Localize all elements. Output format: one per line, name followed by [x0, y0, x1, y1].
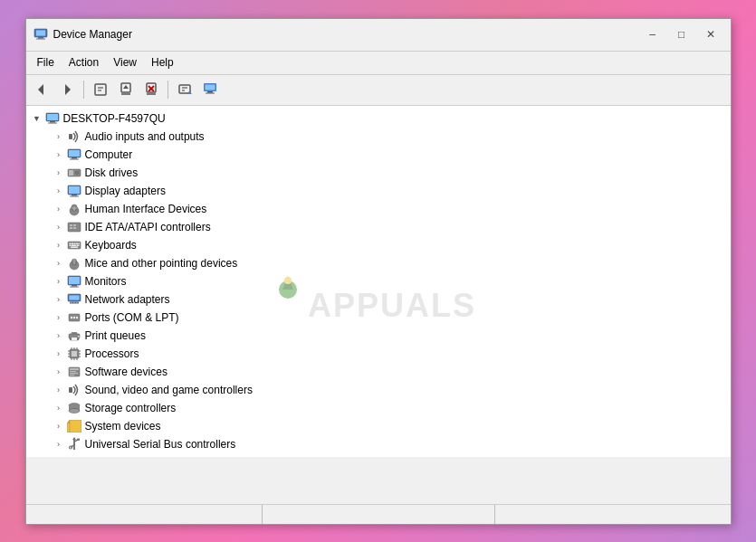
tree-item-network[interactable]: › Network adapters: [26, 290, 731, 309]
system-expand-icon[interactable]: ›: [52, 419, 66, 433]
svg-rect-32: [70, 158, 79, 159]
system-label: System devices: [85, 420, 161, 433]
disk-icon: [66, 165, 82, 181]
disk-label: Disk drives: [85, 166, 139, 179]
menu-bar: File Action View Help: [26, 52, 731, 75]
audio-label: Audio inputs and outputs: [85, 130, 205, 143]
svg-rect-34: [69, 170, 73, 176]
tree-item-mice[interactable]: › Mice and other pointing devices: [26, 254, 731, 272]
print-expand-icon[interactable]: ›: [52, 328, 66, 343]
software-icon: [66, 364, 82, 380]
title-bar-controls: – □ ✕: [640, 24, 723, 44]
mice-label: Mice and other pointing devices: [85, 257, 238, 270]
svg-rect-40: [70, 195, 79, 196]
root-node[interactable]: ▼ DESKTOP-F4597QU: [26, 109, 731, 128]
status-section-1: [30, 505, 263, 524]
computer-expand-icon[interactable]: ›: [52, 147, 66, 162]
system-icon: [66, 418, 82, 434]
print-icon: [66, 328, 82, 344]
svg-rect-59: [71, 246, 78, 248]
title-bar-left: Device Manager: [33, 27, 132, 42]
svg-marker-113: [72, 437, 76, 440]
svg-point-74: [70, 316, 72, 318]
back-button[interactable]: [30, 78, 53, 101]
ide-expand-icon[interactable]: ›: [52, 220, 66, 234]
computer-icon: [66, 147, 82, 163]
ports-icon: [66, 309, 82, 326]
maximize-button[interactable]: □: [669, 24, 694, 44]
root-label: DESKTOP-F4597QU: [63, 112, 166, 125]
tree-item-display[interactable]: › Display adapters: [26, 182, 731, 200]
scan-button[interactable]: [173, 78, 196, 101]
tree-item-keyboards[interactable]: › Keyboards: [26, 236, 731, 254]
menu-view[interactable]: View: [106, 54, 144, 71]
proc-expand-icon[interactable]: ›: [52, 347, 66, 361]
uninstall-button[interactable]: [139, 78, 163, 101]
minimize-button[interactable]: –: [640, 24, 665, 44]
svg-point-71: [73, 301, 74, 302]
display-icon: [66, 183, 82, 199]
tree-item-sound[interactable]: › Sound, video and game controllers: [26, 381, 731, 399]
update-driver-button[interactable]: [114, 78, 138, 101]
root-expand-icon[interactable]: ▼: [30, 111, 44, 126]
tree-item-ports[interactable]: › Ports (COM & LPT): [26, 309, 731, 327]
properties-button[interactable]: [89, 78, 112, 101]
tree-item-disk[interactable]: › Disk drives: [26, 164, 731, 182]
tree-item-audio[interactable]: › Audio inputs and outputs: [26, 128, 731, 146]
tree-item-print[interactable]: › Print queues: [26, 327, 731, 345]
hid-expand-icon[interactable]: ›: [52, 202, 66, 216]
svg-rect-6: [95, 84, 106, 95]
tree-item-usb[interactable]: › Universal Serial Bus controllers: [26, 435, 731, 453]
svg-rect-47: [70, 227, 72, 229]
svg-rect-81: [78, 336, 80, 338]
network-expand-icon[interactable]: ›: [52, 292, 66, 307]
svg-rect-52: [72, 242, 73, 244]
svg-rect-31: [72, 157, 77, 159]
ports-expand-icon[interactable]: ›: [52, 310, 66, 325]
sound-expand-icon[interactable]: ›: [52, 383, 66, 397]
svg-rect-106: [70, 420, 81, 433]
disk-expand-icon[interactable]: ›: [52, 166, 66, 180]
proc-icon: [66, 346, 82, 362]
content-wrapper: ▼ DESKTOP-F4597QU ›: [26, 106, 731, 504]
ide-icon: [66, 219, 82, 235]
svg-point-76: [75, 316, 77, 318]
close-button[interactable]: ✕: [698, 24, 723, 44]
menu-help[interactable]: Help: [144, 54, 181, 71]
mice-expand-icon[interactable]: ›: [52, 256, 66, 271]
svg-point-36: [76, 172, 78, 174]
menu-file[interactable]: File: [30, 54, 62, 71]
tree-item-software[interactable]: › Software devices: [26, 363, 731, 381]
ide-label: IDE ATA/ATAPI controllers: [85, 221, 211, 233]
keyboards-expand-icon[interactable]: ›: [52, 238, 66, 252]
svg-rect-68: [69, 295, 79, 300]
svg-rect-53: [73, 242, 75, 244]
storage-expand-icon[interactable]: ›: [52, 401, 66, 415]
svg-rect-56: [69, 244, 71, 246]
tree-item-proc[interactable]: ›: [26, 345, 731, 363]
storage-icon: [66, 400, 82, 416]
toolbar-separator-2: [167, 81, 168, 99]
menu-action[interactable]: Action: [62, 54, 106, 71]
forward-button[interactable]: [55, 78, 79, 101]
status-section-2: [263, 505, 495, 524]
tree-item-storage[interactable]: › Storage controllers: [26, 399, 731, 417]
device-manager-window: Device Manager – □ ✕ File Action View He…: [25, 18, 732, 525]
monitors-expand-icon[interactable]: ›: [52, 274, 66, 289]
tree-item-system[interactable]: › System devices: [26, 417, 731, 435]
audio-expand-icon[interactable]: ›: [52, 129, 66, 144]
hid-icon: [66, 201, 82, 217]
svg-rect-25: [47, 114, 58, 120]
app-icon: [33, 27, 48, 42]
svg-rect-46: [70, 224, 72, 226]
tree-item-hid[interactable]: › Human Interface Devices: [26, 200, 731, 218]
tree-item-ide[interactable]: › IDE ATA/ATAPI controllers: [26, 218, 731, 236]
display-expand-icon[interactable]: ›: [52, 184, 66, 198]
software-expand-icon[interactable]: ›: [52, 365, 66, 379]
svg-rect-101: [69, 387, 72, 393]
network-label: Network adapters: [85, 293, 170, 306]
tree-item-monitors[interactable]: › Monitors: [26, 272, 731, 290]
tree-item-computer[interactable]: › Computer: [26, 146, 731, 164]
usb-expand-icon[interactable]: ›: [52, 437, 66, 452]
device-manager-icon-btn[interactable]: [198, 78, 222, 101]
